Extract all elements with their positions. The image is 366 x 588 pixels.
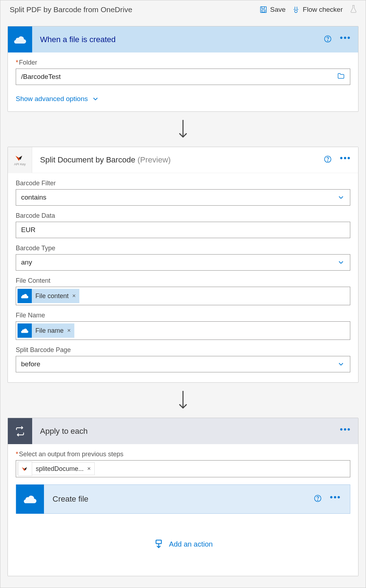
select-output-label: *Select an output from previous steps bbox=[16, 451, 350, 458]
control-card-apply-each: Apply to each ••• *Select an output from… bbox=[8, 418, 358, 576]
barcode-type-label: Barcode Type bbox=[16, 245, 350, 252]
file-content-input[interactable]: File content × bbox=[16, 287, 350, 305]
remove-token-icon[interactable]: × bbox=[72, 292, 79, 300]
api-key-icon: API Key bbox=[8, 147, 32, 173]
create-file-title: Create file bbox=[44, 494, 313, 504]
help-icon[interactable] bbox=[313, 494, 322, 504]
file-content-token[interactable]: File content × bbox=[18, 289, 79, 303]
file-content-label: File Content bbox=[16, 277, 350, 285]
test-flask-icon[interactable] bbox=[349, 4, 358, 15]
flow-arrow bbox=[0, 390, 366, 411]
barcode-filter-select[interactable]: contains bbox=[16, 189, 350, 206]
split-page-select[interactable]: before bbox=[16, 356, 350, 372]
remove-token-icon[interactable]: × bbox=[87, 465, 94, 472]
split-title: Split Document by Barcode (Preview) bbox=[32, 155, 323, 165]
svg-point-8 bbox=[317, 500, 318, 501]
onedrive-icon bbox=[8, 26, 32, 52]
top-bar: Split PDF by Barcode from OneDrive Save … bbox=[0, 0, 366, 19]
chevron-down-icon bbox=[337, 258, 345, 266]
folder-value: /BarcodeTest bbox=[21, 73, 337, 81]
more-menu-icon[interactable]: ••• bbox=[340, 38, 351, 41]
save-label: Save bbox=[270, 6, 286, 14]
file-name-input[interactable]: File name × bbox=[16, 321, 350, 340]
add-action-button[interactable]: Add an action bbox=[16, 539, 350, 549]
remove-token-icon[interactable]: × bbox=[67, 327, 74, 334]
svg-point-4 bbox=[327, 40, 328, 41]
chevron-down-icon bbox=[337, 360, 345, 368]
folder-input[interactable]: /BarcodeTest bbox=[16, 69, 350, 85]
trigger-title: When a file is created bbox=[32, 35, 323, 44]
more-menu-icon[interactable]: ••• bbox=[340, 158, 351, 162]
flow-title: Split PDF by Barcode from OneDrive bbox=[10, 5, 253, 14]
more-menu-icon[interactable]: ••• bbox=[330, 497, 341, 501]
more-menu-icon[interactable]: ••• bbox=[340, 429, 351, 433]
trigger-card-onedrive: When a file is created ••• *Folder /Barc… bbox=[8, 26, 358, 112]
loop-icon bbox=[8, 418, 32, 444]
onedrive-icon bbox=[16, 484, 44, 514]
split-header[interactable]: API Key Split Document by Barcode (Previ… bbox=[8, 147, 358, 173]
file-name-token[interactable]: File name × bbox=[18, 323, 74, 338]
flow-checker-button[interactable]: Flow checker bbox=[292, 6, 343, 14]
barcode-type-select[interactable]: any bbox=[16, 254, 350, 271]
folder-picker-icon[interactable] bbox=[337, 72, 345, 81]
api-key-icon bbox=[18, 462, 32, 476]
barcode-data-input[interactable]: EUR bbox=[16, 222, 350, 238]
onedrive-icon bbox=[18, 289, 32, 303]
apply-each-header[interactable]: Apply to each ••• bbox=[8, 418, 358, 444]
folder-label: *Folder bbox=[16, 59, 350, 66]
show-advanced-link[interactable]: Show advanced options bbox=[16, 95, 350, 103]
svg-rect-1 bbox=[262, 10, 265, 12]
split-page-label: Split Barcode Page bbox=[16, 346, 350, 354]
svg-point-2 bbox=[295, 10, 297, 12]
action-card-split-barcode: API Key Split Document by Barcode (Previ… bbox=[8, 147, 358, 383]
barcode-data-label: Barcode Data bbox=[16, 212, 350, 220]
chevron-down-icon bbox=[337, 194, 345, 201]
onedrive-icon bbox=[18, 323, 32, 338]
splited-token[interactable]: splitedDocume... × bbox=[18, 462, 95, 475]
svg-rect-9 bbox=[156, 540, 161, 544]
trigger-header[interactable]: When a file is created ••• bbox=[8, 26, 358, 52]
svg-point-6 bbox=[327, 161, 328, 161]
apply-each-title: Apply to each bbox=[32, 427, 340, 436]
flow-arrow bbox=[0, 119, 366, 140]
help-icon[interactable] bbox=[323, 35, 332, 45]
flow-checker-label: Flow checker bbox=[303, 6, 343, 14]
select-output-input[interactable]: splitedDocume... × bbox=[16, 460, 350, 477]
help-icon[interactable] bbox=[323, 155, 332, 165]
save-button[interactable]: Save bbox=[259, 6, 286, 14]
inner-action-create-file[interactable]: Create file ••• bbox=[16, 484, 350, 514]
file-name-label: File Name bbox=[16, 312, 350, 319]
barcode-filter-label: Barcode Filter bbox=[16, 180, 350, 187]
